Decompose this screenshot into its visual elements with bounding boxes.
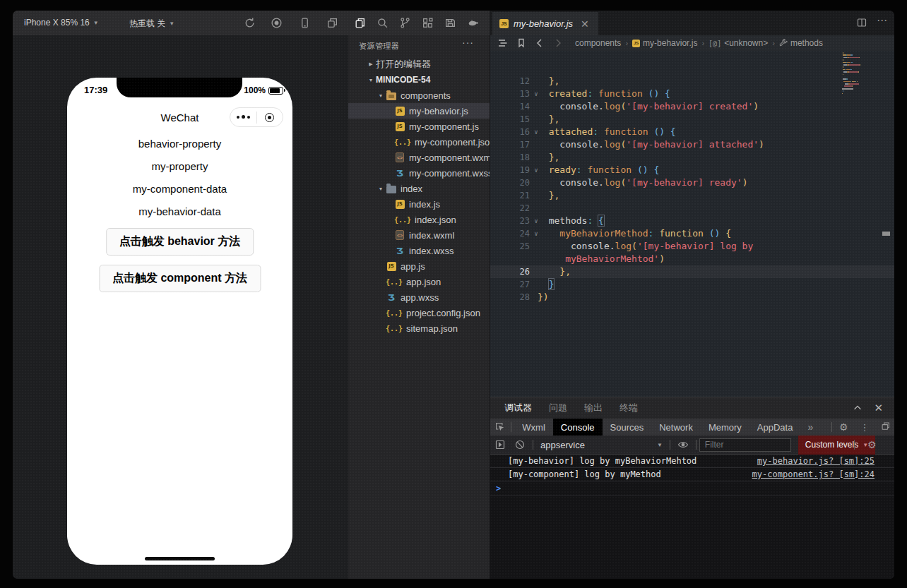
more-menu-button[interactable] [230, 108, 256, 126]
data-label: behavior-property [67, 138, 292, 150]
code-line-22[interactable]: 22 [490, 202, 894, 215]
breadcrumb-item[interactable]: [@]<unknown> [709, 38, 768, 48]
tree-item-app-js[interactable]: JSapp.js [348, 258, 490, 274]
filter-input[interactable] [699, 438, 791, 452]
panel-tab[interactable]: 输出 [584, 402, 603, 414]
code-line-20[interactable]: 20 console.log('[my-behavior] ready') [490, 176, 894, 189]
eye-icon[interactable] [677, 439, 689, 450]
outline-icon[interactable] [497, 37, 509, 49]
extensions-icon[interactable] [422, 17, 434, 29]
home-button[interactable] [257, 108, 283, 126]
more-tabs-icon[interactable]: » [807, 421, 813, 433]
tree-item-my-component-json[interactable]: {..}my-component.json [348, 134, 490, 150]
tree-item-index-js[interactable]: JSindex.js [348, 196, 490, 212]
code-line-15[interactable]: 15 }, [490, 113, 894, 126]
close-panel-icon[interactable]: ✕ [874, 402, 883, 414]
code-line-25[interactable]: 25 console.log('[my-behavior] log by [490, 240, 894, 253]
save-icon[interactable] [444, 17, 456, 29]
code-line-12[interactable]: 12 }, [490, 75, 894, 88]
breadcrumb-item[interactable]: components [575, 38, 621, 48]
trigger-button-component[interactable]: 点击触发 component 方法 [99, 265, 261, 292]
whale-icon[interactable] [467, 17, 479, 29]
forward-icon[interactable] [552, 37, 564, 49]
source-link[interactable]: my-component.js? [sm]:24 [752, 468, 875, 481]
tree-item-minicode-54[interactable]: ▼MINICODE-54 [348, 72, 490, 88]
code-line-17[interactable]: 17 console.log('[my-behavior] attached') [490, 138, 894, 151]
tree-item-app-json[interactable]: {..}app.json [348, 274, 490, 289]
code-line-13[interactable]: 13∨ created: function () { [490, 88, 894, 100]
record-icon[interactable] [271, 17, 283, 29]
devtools-tab-memory[interactable]: Memory [701, 419, 749, 436]
split-editor-icon[interactable] [856, 17, 867, 28]
tree-item-index[interactable]: ▼index [348, 181, 490, 196]
devtools-tab-network[interactable]: Network [651, 419, 701, 436]
tree-item-my-component-js[interactable]: JSmy-component.js [348, 119, 490, 134]
device-selector[interactable]: iPhone X 85% 16▼ [24, 18, 99, 28]
panel-tab[interactable]: 调试器 [504, 402, 532, 414]
close-icon[interactable]: ✕ [581, 18, 589, 30]
dock-side-icon[interactable] [881, 421, 890, 433]
hot-reload-toggle[interactable]: 热重载 关▼ [129, 18, 174, 30]
breadcrumb-bar: components›JSmy-behavior.js›[@]<unknown>… [490, 35, 894, 51]
panel-tab[interactable]: 问题 [549, 402, 567, 414]
inspect-element-icon[interactable] [494, 421, 504, 433]
phone-icon[interactable] [299, 17, 311, 29]
refresh-icon[interactable] [244, 17, 256, 29]
devtools-tab-appdata[interactable]: AppData [749, 419, 801, 436]
breadcrumb-item[interactable]: JSmy-behavior.js [632, 38, 697, 48]
code-line-27[interactable]: 27 } [490, 278, 894, 291]
tree-item-index-wxss[interactable]: Ʒindex.wxss [348, 243, 490, 258]
code-line-28[interactable]: 28}) [490, 291, 894, 304]
back-icon[interactable] [534, 37, 545, 49]
settings-gear-icon[interactable]: ⚙ [839, 421, 848, 433]
code-line-26[interactable]: 26 }, [490, 265, 894, 278]
code-line-18[interactable]: 18 }, [490, 151, 894, 164]
code-line-14[interactable]: 14 console.log('[my-behavior] created') [490, 100, 894, 113]
console-prompt[interactable]: > [490, 481, 894, 496]
tree-item--[interactable]: ▶打开的编辑器 [348, 56, 490, 72]
more-actions-icon[interactable]: ⋯ [877, 14, 888, 25]
console-sidebar-icon[interactable] [494, 439, 506, 450]
code-line-23[interactable]: 23∨ methods: { [490, 215, 894, 227]
more-actions-icon[interactable]: ··· [462, 37, 474, 48]
tree-item-app-wxss[interactable]: Ʒapp.wxss [348, 289, 490, 305]
context-selector[interactable]: appservice [540, 440, 585, 450]
devtools-tab-wxml[interactable]: Wxml [514, 419, 553, 436]
source-link[interactable]: my-behavior.js? [sm]:25 [757, 455, 875, 468]
tree-item-project-config-json[interactable]: {..}project.config.json [348, 305, 490, 320]
tree-item-my-component-wxml[interactable]: <>my-component.wxml [348, 150, 490, 165]
devtools-tab-console[interactable]: Console [553, 419, 603, 436]
tab-my-behavior-js[interactable]: JS my-behavior.js ✕ [492, 12, 598, 35]
files-icon[interactable] [354, 17, 366, 29]
source-control-icon[interactable] [399, 17, 411, 29]
collapse-panel-icon[interactable] [853, 403, 862, 413]
panel-tab[interactable]: 终端 [620, 402, 638, 414]
trigger-button-behavior[interactable]: 点击触发 behavior 方法 [106, 228, 254, 256]
devtools-tab-sources[interactable]: Sources [603, 419, 652, 436]
wxss-icon: Ʒ [386, 292, 397, 303]
chevron-down-icon: ▼ [657, 442, 663, 448]
tree-item-sitemap-json[interactable]: {..}sitemap.json [348, 320, 490, 336]
code-line-19[interactable]: 19∨ ready: function () { [490, 164, 894, 176]
tree-item-my-behavior-js[interactable]: JSmy-behavior.js [348, 103, 490, 119]
multi-window-icon[interactable] [326, 17, 338, 29]
tree-item-index-json[interactable]: {..}index.json [348, 212, 490, 227]
tree-item-index-wxml[interactable]: <>index.wxml [348, 227, 490, 243]
code-line-wrap[interactable]: myBehaviorMehtod') [490, 253, 894, 265]
search-icon[interactable] [377, 17, 389, 29]
chevron-down-icon: ▼ [93, 20, 99, 26]
json-icon: {..} [394, 214, 411, 225]
clear-console-icon[interactable] [514, 439, 526, 450]
code-editor[interactable]: 12 },13∨ created: function () {14 consol… [490, 51, 894, 397]
code-line-24[interactable]: 24∨ myBehaviorMethod: function () { [490, 227, 894, 240]
breadcrumb-item[interactable]: methods [779, 38, 823, 48]
kebab-menu-icon[interactable]: ⋮ [860, 422, 870, 433]
console-settings-icon[interactable]: ⚙ [867, 439, 879, 450]
tree-item-my-component-wxss[interactable]: Ʒmy-component.wxss [348, 165, 490, 181]
bookmark-icon[interactable] [516, 37, 527, 49]
tree-item-components[interactable]: ▼components [348, 88, 490, 103]
custom-levels-button[interactable]: Custom levels▼ [798, 436, 875, 455]
code-line-21[interactable]: 21 }, [490, 189, 894, 202]
code-line-16[interactable]: 16∨ attached: function () { [490, 126, 894, 138]
tree-item-label: components [401, 90, 451, 101]
